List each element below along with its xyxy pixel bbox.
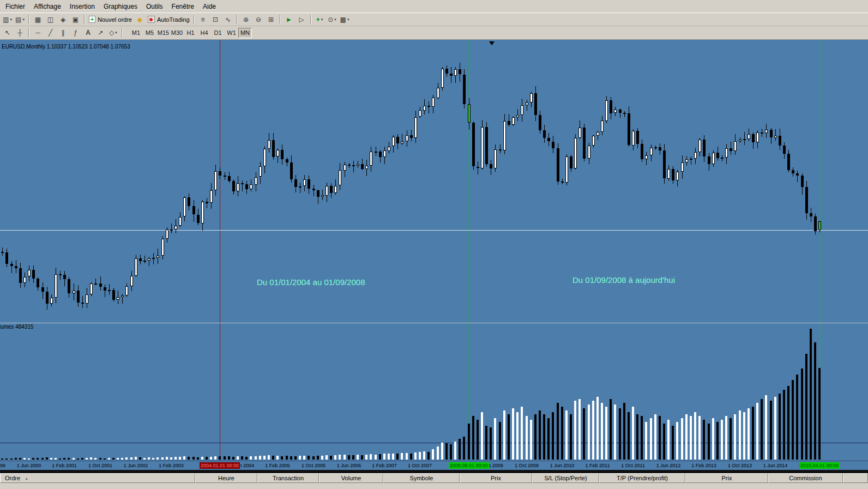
tile-windows-button[interactable]: ⊞: [266, 14, 277, 25]
menu-item-affichage[interactable]: Affichage: [29, 1, 65, 12]
timeframe-m1-button[interactable]: M1: [129, 28, 143, 38]
timeframe-d1-button[interactable]: D1: [211, 28, 225, 38]
time-axis-label: 1 Feb 2003: [159, 463, 184, 468]
volume-bar: [636, 414, 638, 460]
data-window-button[interactable]: ◫: [45, 14, 56, 25]
new-chart-button[interactable]: ▥▾: [2, 14, 13, 25]
candle: [427, 106, 430, 107]
text-button[interactable]: A: [82, 27, 94, 39]
column-header-t-p-prendre-profit--7[interactable]: T/P (Prendre/profit): [599, 473, 685, 483]
auto-scroll-button[interactable]: ►: [284, 14, 295, 25]
menu-item-aide[interactable]: Aide: [198, 1, 220, 12]
candle: [761, 132, 763, 134]
volume-bar: [756, 403, 758, 460]
timeframe-m30-button[interactable]: M30: [170, 28, 184, 38]
crosshair-button[interactable]: ┼: [14, 27, 26, 39]
candle: [37, 279, 39, 287]
profiles-button[interactable]: ▤▾: [14, 14, 26, 25]
candlestick-button[interactable]: ⊡: [210, 14, 221, 25]
volume-bar: [352, 455, 354, 460]
candle: [512, 117, 515, 125]
candle: [59, 274, 62, 275]
timeframe-mn-button[interactable]: MN: [238, 28, 252, 38]
volume-bar: [534, 414, 537, 460]
timeframe-m15-button[interactable]: M15: [156, 28, 170, 38]
volume-bar: [547, 418, 550, 460]
candle: [477, 167, 479, 168]
menu-item-insertion[interactable]: Insertion: [65, 1, 99, 12]
zoom-in-button[interactable]: ⊕: [240, 14, 252, 25]
terminal-button[interactable]: ▣: [70, 14, 81, 25]
column-header-commission-9[interactable]: Commission: [768, 473, 843, 483]
candle: [303, 179, 306, 186]
shapes-button[interactable]: ◇▾: [107, 27, 119, 39]
volume-bar: [5, 458, 8, 460]
volume-bar: [494, 418, 496, 460]
new-order-label: Nouvel ordre: [98, 16, 132, 23]
autotrading-button[interactable]: AutoTrading: [147, 14, 191, 25]
trendline-button[interactable]: ╱: [45, 27, 56, 39]
volume-bar: [743, 412, 745, 460]
bar-chart-button[interactable]: ≡: [197, 14, 209, 25]
new-order-button[interactable]: + Nouvel ordre: [88, 14, 133, 25]
time-axis-label: 1 Oct 2009: [515, 463, 539, 468]
column-header-prix-5[interactable]: Prix: [460, 473, 532, 483]
indicators-button[interactable]: +▾: [314, 14, 326, 25]
volume-bar: [774, 397, 776, 460]
column-header-transaction-2[interactable]: Transaction: [257, 473, 319, 483]
annotation-period-2[interactable]: Du 01/09/2008 à aujourd'hui: [572, 275, 675, 285]
column-header-volume-3[interactable]: Volume: [319, 473, 383, 483]
candle: [730, 148, 732, 151]
volume-bar: [237, 456, 239, 460]
time-axis[interactable]: 1 Oct 19991 Jun 20001 Feb 20011 Oct 2001…: [0, 461, 868, 470]
menu-item-outils[interactable]: Outils: [142, 1, 167, 12]
candle: [437, 88, 439, 98]
chart-canvas[interactable]: EURUSD,Monthly 1.10337 1.10523 1.07048 1…: [0, 40, 868, 461]
volume-bar: [276, 456, 279, 460]
timeframe-w1-button[interactable]: W1: [225, 28, 238, 38]
arrow-tool-icon: ↗: [98, 29, 103, 36]
cursor-button[interactable]: ↖: [2, 27, 13, 39]
arrow-marker[interactable]: [489, 41, 495, 45]
candle: [330, 186, 333, 193]
channel-button[interactable]: ∥: [57, 27, 69, 39]
candle: [286, 159, 288, 162]
vertical-line-object[interactable]: [220, 40, 220, 461]
volume-bar: [263, 456, 266, 460]
template-button[interactable]: ▩▾: [339, 14, 351, 25]
horizontal-line-button[interactable]: ─: [32, 27, 44, 39]
volume-bar: [10, 458, 13, 460]
volume-bar: [574, 401, 576, 460]
timeframe-h1-button[interactable]: H1: [184, 28, 197, 38]
chart-shift-button[interactable]: ▷: [296, 14, 308, 25]
zoom-out-button[interactable]: ⊖: [253, 14, 264, 25]
volume-bar: [512, 408, 514, 460]
column-header-heure-1[interactable]: Heure: [195, 473, 257, 483]
column-header-symbole-4[interactable]: Symbole: [383, 473, 460, 483]
metaeditor-button[interactable]: ◆: [134, 14, 146, 25]
candle: [641, 144, 643, 159]
menu-item-fichier[interactable]: Fichier: [1, 1, 29, 12]
annotation-period-1[interactable]: Du 01/01/2004 au 01/09/2008: [257, 277, 365, 287]
column-header-prix-8[interactable]: Prix: [685, 473, 768, 483]
line-chart-button[interactable]: ∿: [222, 14, 234, 25]
market-watch-button[interactable]: ▦: [32, 14, 44, 25]
navigator-button[interactable]: ◈: [57, 14, 69, 25]
candle: [601, 120, 604, 132]
candle-wick: [242, 180, 243, 191]
timeframe-m5-button[interactable]: M5: [143, 28, 156, 38]
volume-bar: [605, 407, 607, 460]
candle: [681, 162, 684, 172]
column-header-ordre-0[interactable]: Ordre▲: [0, 473, 195, 483]
candle: [508, 121, 510, 125]
candle: [148, 258, 150, 261]
arrow-tool-button[interactable]: ↗: [95, 27, 106, 39]
fibonacci-button[interactable]: ƒ: [70, 27, 81, 39]
periods-button[interactable]: ⊙▾: [327, 14, 338, 25]
menu-item-graphiques[interactable]: Graphiques: [99, 1, 142, 12]
line-studies-toolbar: ↖ ┼ ─ ╱ ∥ ƒ A ↗ ◇▾ M1M5M15M30H1H4D1W1MN: [0, 26, 868, 40]
volume-bar: [90, 457, 92, 460]
timeframe-h4-button[interactable]: H4: [197, 28, 211, 38]
column-header-s-l-stop-perte--6[interactable]: S/L (Stop/Perte): [532, 473, 599, 483]
menu-item-fenetre[interactable]: Fenêtre: [167, 1, 198, 12]
